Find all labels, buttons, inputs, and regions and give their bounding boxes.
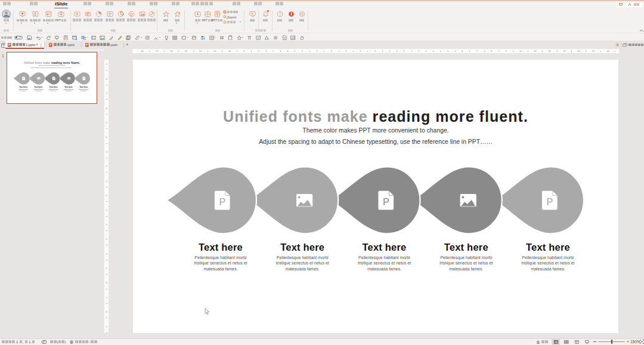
- svg-text:P: P: [53, 78, 54, 80]
- svg-text:?: ?: [278, 11, 281, 16]
- svg-text:P: P: [83, 78, 85, 80]
- svg-text:P: P: [383, 196, 389, 207]
- svg-text:P: P: [23, 78, 24, 80]
- svg-text:P: P: [219, 196, 225, 207]
- svg-text:D: D: [130, 13, 133, 16]
- svg-text:P: P: [546, 196, 553, 207]
